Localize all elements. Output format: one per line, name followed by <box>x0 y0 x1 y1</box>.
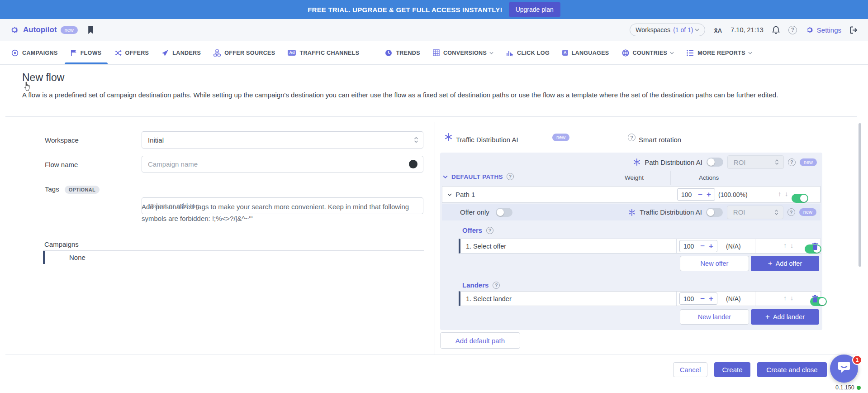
tdai-help-icon[interactable]: ? <box>787 208 795 216</box>
chat-bubble-icon <box>837 361 851 376</box>
translate-icon[interactable]: x̄A <box>714 26 722 34</box>
cancel-button[interactable]: Cancel <box>673 362 707 377</box>
tab-click-log[interactable]: CLICK LOG <box>506 41 550 64</box>
path-row: Path 1 100 − + (100.00%) ↑ ↓ <box>442 186 821 203</box>
chat-unread-badge: 1 <box>852 355 862 365</box>
tab-trends[interactable]: TRENDS <box>385 41 420 64</box>
delete-offer-trash-icon[interactable] <box>812 243 818 250</box>
smart-rotation-help-icon[interactable]: ? <box>628 134 636 141</box>
chevron-down-icon <box>670 52 674 54</box>
create-and-close-button[interactable]: Create and close <box>757 362 827 377</box>
cell-divider <box>676 292 677 306</box>
workspaces-selector[interactable]: Workspaces (1 of 1) <box>630 24 705 36</box>
workspace-select[interactable]: Initial <box>142 131 423 149</box>
autopilot-new-badge: new <box>61 26 78 34</box>
flow-color-dot[interactable] <box>409 160 417 168</box>
tab-languages[interactable]: A LANGUAGES <box>562 41 609 64</box>
weight-decrease-button[interactable]: − <box>700 295 705 302</box>
app-title[interactable]: Autopilot <box>23 25 57 34</box>
weight-increase-button[interactable]: + <box>709 295 713 302</box>
move-down-arrow[interactable]: ↓ <box>790 242 793 249</box>
content-divider-top <box>5 116 857 117</box>
move-up-arrow[interactable]: ↑ <box>783 294 787 302</box>
offer-weight-value[interactable]: 100 <box>683 243 696 250</box>
new-lander-button[interactable]: New lander <box>680 309 749 325</box>
create-button[interactable]: Create <box>714 362 750 377</box>
tab-conversions[interactable]: CONVERSIONS <box>433 41 493 64</box>
gear-icon <box>806 26 814 34</box>
landers-help-icon[interactable]: ? <box>493 282 500 289</box>
new-offer-button[interactable]: New offer <box>680 256 749 271</box>
weight-decrease-button[interactable]: − <box>700 242 705 250</box>
path-tdai-toggle[interactable] <box>706 208 723 217</box>
weight-increase-button[interactable]: + <box>707 191 711 198</box>
offers-help-icon[interactable]: ? <box>486 227 493 234</box>
move-up-arrow[interactable]: ↑ <box>778 190 781 197</box>
path-name[interactable]: Path 1 <box>455 191 475 198</box>
add-default-path-button[interactable]: Add default path <box>440 332 520 349</box>
roi-value: ROI <box>733 208 745 216</box>
tab-campaigns[interactable]: CAMPAIGNS <box>11 41 58 64</box>
tab-countries[interactable]: COUNTRIES <box>622 41 674 64</box>
delete-lander-trash-icon[interactable] <box>812 295 818 302</box>
select-spinner-icon <box>414 136 418 144</box>
lander-share: (N/A) <box>726 295 741 302</box>
tab-traffic-channels[interactable]: Ad TRAFFIC CHANNELS <box>288 41 359 64</box>
move-down-arrow[interactable]: ↓ <box>785 190 788 197</box>
weight-decrease-button[interactable]: − <box>698 191 702 198</box>
add-lander-button[interactable]: +Add lander <box>751 309 819 325</box>
move-down-arrow[interactable]: ↓ <box>790 294 793 302</box>
campaign-accent-bar <box>43 251 45 264</box>
help-icon[interactable]: ? <box>788 26 797 34</box>
default-paths-header[interactable]: DEFAULT PATHS ? <box>444 173 514 180</box>
offer-only-toggle[interactable] <box>496 208 512 217</box>
trial-banner: FREE TRIAL. UPGRADE & GET FULL ACCESS IN… <box>0 0 868 19</box>
workspaces-label: Workspaces <box>636 26 670 34</box>
smart-rotation-label: Smart rotation <box>639 136 681 144</box>
scrollbar-thumb[interactable] <box>859 123 861 267</box>
campaigns-list-item: None <box>43 251 424 264</box>
more-reports-icon <box>687 50 694 56</box>
landers-section-header: Landers ? <box>462 281 500 289</box>
path-distribution-ai-row: Path Distribution AI ROI ? new <box>633 155 817 169</box>
add-offer-button[interactable]: +Add offer <box>751 256 819 271</box>
path-distribution-ai-toggle[interactable] <box>707 158 723 167</box>
lander-select-name[interactable]: 1. Select lander <box>466 295 512 302</box>
cell-divider <box>755 239 755 253</box>
path-enabled-toggle[interactable] <box>792 194 808 203</box>
settings-button[interactable]: Settings <box>806 26 841 34</box>
landers-icon <box>161 49 169 57</box>
notifications-bell-icon[interactable] <box>772 26 780 34</box>
chevron-down-icon <box>489 52 493 54</box>
countries-icon <box>622 49 629 57</box>
lander-weight-value[interactable]: 100 <box>683 295 696 302</box>
plus-icon: + <box>765 312 770 321</box>
page-description: A flow is a predefined set of campaign d… <box>22 89 843 101</box>
offer-weight-stepper: 100 − + <box>679 240 717 252</box>
path-traffic-distribution-ai: Traffic Distribution AI ROI ? new <box>628 204 816 220</box>
tab-more-reports[interactable]: MORE REPORTS <box>687 41 752 64</box>
offer-select-name[interactable]: 1. Select offer <box>466 243 506 250</box>
tab-offers[interactable]: OFFERS <box>114 41 149 64</box>
path-weight-value[interactable]: 100 <box>681 191 694 198</box>
path-distribution-help-icon[interactable]: ? <box>788 158 796 166</box>
flows-icon <box>71 49 77 57</box>
app-header: Autopilot new Workspaces (1 of 1) x̄A 7.… <box>0 19 868 41</box>
collapse-chevron-icon[interactable] <box>443 175 448 178</box>
tab-landers[interactable]: LANDERS <box>161 41 201 64</box>
default-paths-help-icon[interactable]: ? <box>507 173 514 180</box>
flow-name-input[interactable] <box>142 156 423 173</box>
offer-row: 1. Select offer 100 − + (N/A) ↑ ↓ <box>459 239 821 254</box>
upgrade-plan-button[interactable]: Upgrade plan <box>509 2 560 17</box>
panel-divider <box>435 122 435 355</box>
tab-flows[interactable]: FLOWS <box>71 41 102 64</box>
logout-icon[interactable] <box>850 26 858 34</box>
path-collapse-chevron-icon[interactable] <box>447 193 452 196</box>
weight-increase-button[interactable]: + <box>709 242 713 250</box>
path-distribution-new-badge: new <box>800 158 817 166</box>
traffic-distribution-ai-label: Traffic Distribution AI <box>640 208 702 216</box>
tab-offer-sources[interactable]: OFFER SOURCES <box>213 41 275 64</box>
bookmark-icon[interactable] <box>88 26 94 34</box>
move-up-arrow[interactable]: ↑ <box>783 242 787 249</box>
workspace-select-value: Initial <box>148 136 164 144</box>
